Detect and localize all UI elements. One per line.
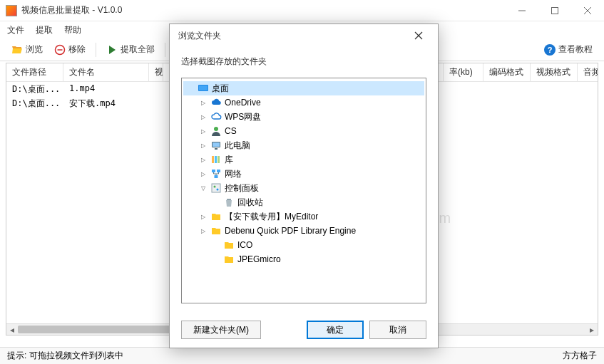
folder-icon [210, 211, 222, 222]
tree-item-desktop[interactable]: 桌面 [183, 81, 424, 95]
folder-icon [223, 239, 235, 251]
tree-item-network[interactable]: ▷网络 [183, 167, 424, 181]
menu-extract[interactable]: 提取 [36, 24, 53, 36]
tree-item-user[interactable]: ▷CS [183, 124, 424, 138]
svg-rect-17 [215, 148, 217, 150]
close-icon [414, 31, 423, 40]
maximize-button[interactable] [538, 0, 571, 21]
minimize-button[interactable] [506, 0, 538, 21]
cancel-button[interactable]: 取消 [369, 321, 426, 339]
expander-icon[interactable]: ▷ [199, 214, 208, 220]
folder-icon [210, 225, 222, 236]
title-bar: 视频信息批量提取 - V1.0.0 [0, 0, 604, 21]
dialog-instruction: 选择截图存放的文件夹 [181, 56, 426, 68]
help-icon: ? [544, 44, 556, 56]
browse-button[interactable]: 浏览 [7, 41, 47, 58]
user-icon [210, 125, 222, 137]
remove-button[interactable]: 移除 [50, 41, 90, 58]
expander-icon[interactable]: ▷ [199, 100, 208, 106]
dialog-close-button[interactable] [408, 25, 429, 46]
expander-icon[interactable]: ▷ [199, 171, 208, 177]
status-hint-label: 提示: [7, 350, 26, 362]
svg-rect-27 [227, 199, 231, 200]
expander-icon[interactable]: ▷ [199, 114, 208, 120]
col-audio[interactable]: 音频 [578, 63, 598, 81]
col-path[interactable]: 文件路径 [6, 63, 63, 81]
tree-item-control[interactable]: ▽控制面板 [183, 181, 424, 195]
tree-item-folder[interactable]: JPEGmicro [183, 252, 424, 266]
col-vformat[interactable]: 视频格式 [531, 63, 578, 81]
tutorial-button[interactable]: ? 查看教程 [540, 41, 597, 58]
svg-point-14 [214, 127, 218, 131]
ok-button[interactable]: 确定 [307, 321, 364, 339]
col-vid[interactable]: 视 [149, 63, 163, 81]
tree-item-label: ICO [237, 240, 252, 250]
col-name[interactable]: 文件名 [63, 63, 149, 81]
expander-icon[interactable]: ▷ [199, 142, 208, 149]
menu-help[interactable]: 帮助 [64, 24, 81, 36]
tree-item-label: 网络 [225, 168, 242, 180]
expander-icon[interactable]: ▷ [199, 228, 208, 234]
tree-item-label: 回收站 [237, 197, 263, 209]
tree-item-label: Debenu Quick PDF Library Engine [225, 226, 356, 236]
browse-label: 浏览 [26, 43, 43, 56]
menu-file[interactable]: 文件 [7, 24, 24, 36]
tree-item-label: 此电脑 [225, 140, 250, 152]
tutorial-label: 查看教程 [558, 43, 593, 56]
tree-item-label: 库 [225, 154, 233, 166]
remove-icon [54, 44, 66, 56]
svg-rect-23 [215, 175, 218, 178]
svg-rect-20 [217, 156, 220, 163]
folder-tree[interactable]: 桌面▷OneDrive▷WPS网盘▷CS▷此电脑▷库▷网络▽控制面板回收站▷【安… [181, 78, 426, 303]
control-icon [210, 182, 222, 194]
cell-path: D:\桌面... [6, 96, 63, 110]
desktop-icon [198, 83, 209, 94]
folder-icon [223, 254, 235, 265]
folder-open-icon [11, 44, 23, 56]
cell-path: D:\桌面... [6, 82, 63, 96]
expander-icon[interactable]: ▷ [199, 157, 208, 163]
svg-point-25 [214, 186, 216, 188]
tree-item-label: 桌面 [212, 83, 229, 95]
expander-icon[interactable]: ▽ [199, 185, 208, 192]
svg-rect-13 [199, 85, 208, 90]
svg-point-26 [217, 189, 219, 191]
tree-item-cloud-blue[interactable]: ▷OneDrive [183, 95, 424, 110]
svg-rect-19 [215, 156, 217, 163]
svg-rect-21 [212, 170, 215, 172]
tree-item-folder[interactable]: ▷Debenu Quick PDF Library Engine [183, 224, 424, 238]
toolbar-separator [96, 43, 96, 57]
svg-rect-24 [212, 184, 220, 192]
cloud-outline-icon [210, 111, 222, 123]
status-brand: 方方格子 [563, 350, 597, 362]
recycle-icon [223, 197, 235, 208]
tree-item-label: WPS网盘 [225, 111, 261, 123]
svg-rect-1 [552, 8, 558, 14]
status-hint-text: 可拖拉视频文件到列表中 [29, 350, 123, 362]
tree-item-folder[interactable]: ▷【安下载专用】MyEditor [183, 209, 424, 224]
svg-rect-16 [213, 142, 220, 147]
scroll-left-icon[interactable]: ◂ [6, 324, 18, 335]
tree-item-library[interactable]: ▷库 [183, 152, 424, 167]
play-icon [106, 44, 118, 56]
extract-all-label: 提取全部 [121, 43, 155, 56]
library-icon [210, 154, 222, 165]
tree-item-cloud-outline[interactable]: ▷WPS网盘 [183, 110, 424, 124]
tree-item-folder[interactable]: ICO [183, 238, 424, 252]
svg-rect-22 [217, 170, 220, 172]
expander-icon[interactable]: ▷ [199, 128, 208, 135]
status-bar: 提示: 可拖拉视频文件到列表中 方方格子 [0, 347, 604, 364]
extract-all-button[interactable]: 提取全部 [102, 41, 159, 58]
tree-item-pc[interactable]: ▷此电脑 [183, 138, 424, 152]
cloud-blue-icon [210, 97, 222, 108]
col-codec[interactable]: 编码格式 [483, 63, 531, 81]
close-button[interactable] [571, 0, 604, 21]
col-rate[interactable]: 率(kb) [444, 63, 483, 81]
new-folder-button[interactable]: 新建文件夹(M) [181, 321, 261, 339]
browse-folder-dialog: 浏览文件夹 选择截图存放的文件夹 桌面▷OneDrive▷WPS网盘▷CS▷此电… [169, 24, 439, 348]
scroll-right-icon[interactable]: ▸ [586, 324, 598, 335]
toolbar-separator [165, 43, 165, 57]
cell-name: 1.mp4 [63, 82, 149, 96]
tree-item-recycle[interactable]: 回收站 [183, 195, 424, 209]
tree-item-label: 控制面板 [225, 182, 259, 194]
